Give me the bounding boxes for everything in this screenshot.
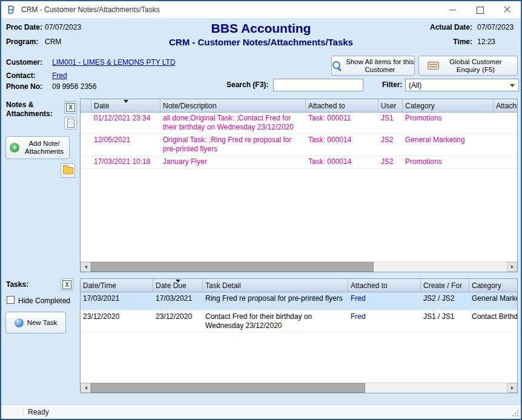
tasks-table: Date/Time Date Due Task Detail Attached … (80, 278, 518, 393)
task-datetime-cell: 23/12/2020 (81, 310, 153, 332)
add-note-button[interactable]: + Add Note/ Attachments (5, 136, 70, 159)
task-due-cell: 23/12/2020 (153, 310, 203, 332)
notes-table-header: Date Note/Description Attached to User C… (81, 99, 517, 113)
contact-link[interactable]: Fred (52, 71, 67, 80)
folder-icon (63, 167, 73, 174)
note-description-cell: all done;Original Task: ;Contact Fred fo… (160, 113, 306, 134)
open-attachment-folder-button[interactable] (61, 163, 75, 178)
notes-row[interactable]: 17/03/2021 10:18 January Flyer Task: 000… (81, 156, 517, 169)
notes-header-selector (81, 99, 91, 112)
scrollbar-thumb[interactable] (91, 383, 365, 393)
search-label: Search (F3): (226, 80, 268, 89)
main-area: Proc Date: 07/07/2023 Program: CRM BBS A… (1, 18, 521, 404)
tasks-header-detail[interactable]: Task Detail (203, 279, 348, 292)
note-attachment-cell (494, 134, 517, 156)
task-category-cell: General Marketing (469, 292, 517, 310)
show-all-items-button[interactable]: Show All items for this Customer (331, 56, 415, 76)
tasks-table-header: Date/Time Date Due Task Detail Attached … (81, 279, 517, 292)
note-user-cell: JS1 (378, 113, 403, 134)
notes-header-attached-to[interactable]: Attached to (306, 99, 378, 112)
notes-row[interactable]: 12/05/2021 Original Task: ;Ring Fred re … (81, 134, 517, 156)
new-task-button[interactable]: New Task (5, 312, 66, 333)
row-selector-cell (81, 113, 91, 134)
tasks-table-body: 17/03/2021 17/03/2021 Ring Fred re propo… (81, 292, 517, 382)
time-value: 12:23 (477, 38, 495, 46)
customer-link[interactable]: LIM001 - LIMES & LEMONS PTY LTD (52, 58, 176, 67)
view-note-document-button[interactable] (64, 117, 77, 130)
tasks-header-date-due[interactable]: Date Due (153, 279, 203, 292)
note-category-cell: Promotions (403, 113, 494, 134)
actual-date-value: 07/07/2023 (477, 23, 514, 31)
notes-table: Date Note/Description Attached to User C… (80, 99, 518, 272)
keyboard-icon (428, 62, 439, 70)
note-date-cell: 12/05/2021 (91, 134, 160, 156)
notes-section-label: Notes & Attachments: (6, 100, 59, 119)
row-selector-cell (81, 156, 91, 168)
tasks-horizontal-scrollbar (81, 382, 517, 393)
notes-header-category[interactable]: Category (403, 99, 494, 112)
notes-header-date[interactable]: Date (91, 99, 160, 112)
note-category-cell: General Marketing (403, 134, 494, 156)
app-logo-icon (6, 4, 17, 15)
global-enquiry-button[interactable]: Global Customer Enquiry (F5) (418, 56, 518, 76)
search-icon (332, 61, 342, 71)
export-notes-excel-button[interactable]: X (64, 101, 77, 114)
task-due-cell: 17/03/2021 (153, 292, 203, 310)
search-input[interactable] (273, 79, 363, 91)
note-description-cell: January Flyer (160, 156, 306, 168)
notes-header-description[interactable]: Note/Description (160, 99, 306, 112)
time-label: Time: (424, 38, 472, 46)
task-detail-cell: Ring Fred re proposal for pre-printed fl… (203, 292, 348, 310)
note-description-cell: Original Task: ;Ring Fred re proposal fo… (160, 134, 306, 156)
phone-label: Phone No: (6, 82, 42, 91)
maximize-icon[interactable] (466, 1, 494, 18)
task-orb-icon (15, 318, 24, 327)
filter-label: Filter: (382, 80, 402, 89)
note-attached-cell: Task: 000014 (306, 156, 378, 168)
note-user-cell: JS2 (378, 156, 403, 168)
actual-date-label: Actual Date: (424, 23, 472, 31)
window-controls (439, 1, 521, 18)
statusbar-divider (23, 407, 24, 416)
hide-completed-checkbox[interactable] (7, 296, 15, 304)
task-row-selected[interactable]: 17/03/2021 17/03/2021 Ring Fred re propo… (81, 292, 517, 310)
note-date-cell: 01/12/2021 23:34 (91, 113, 160, 134)
excel-icon: X (62, 280, 71, 289)
sort-descending-icon (176, 280, 180, 283)
status-text: Ready (28, 408, 49, 416)
close-icon[interactable] (494, 1, 521, 18)
export-tasks-excel-button[interactable]: X (61, 278, 73, 291)
task-datetime-cell: 17/03/2021 (81, 292, 153, 310)
window-title: CRM - Customer Notes/Attachments/Tasks (21, 5, 439, 14)
tasks-header-category[interactable]: Category (469, 279, 518, 292)
tasks-header-attached-to[interactable]: Attached to (348, 279, 421, 292)
notes-row[interactable]: 01/12/2021 23:34 all done;Original Task:… (81, 113, 517, 134)
notes-horizontal-scrollbar (81, 261, 517, 272)
tasks-header-create-for[interactable]: Create / For (421, 279, 469, 292)
filter-dropdown[interactable]: (All) (405, 79, 519, 91)
task-detail-cell: Contact Fred for their birthday on Wedne… (203, 310, 348, 332)
hide-completed-label[interactable]: Hide Completed (18, 297, 70, 305)
app-window: CRM - Customer Notes/Attachments/Tasks P… (0, 0, 522, 420)
notes-header-attachment[interactable]: Attachment (494, 99, 518, 112)
scroll-left-icon[interactable] (81, 262, 91, 272)
note-attached-cell: Task: 000014 (306, 134, 378, 156)
task-attached-cell: Fred (348, 310, 421, 332)
row-selector-cell (81, 134, 91, 156)
status-bar: Ready (1, 404, 521, 419)
new-task-label: New Task (27, 319, 58, 327)
minimize-icon[interactable] (439, 1, 466, 18)
title-bar: CRM - Customer Notes/Attachments/Tasks (1, 1, 521, 18)
scroll-left-icon[interactable] (81, 383, 91, 393)
scrollbar-thumb[interactable] (91, 262, 374, 272)
scrollbar-track (91, 262, 507, 272)
task-row[interactable]: 23/12/2020 23/12/2020 Contact Fred for t… (81, 310, 517, 333)
note-attachment-cell (494, 113, 517, 134)
notes-header-user[interactable]: User (378, 99, 403, 112)
tasks-header-datetime[interactable]: Date/Time (81, 279, 153, 292)
resize-grip-icon[interactable] (511, 409, 519, 417)
phone-value: 09 9956 2356 (52, 82, 96, 91)
scroll-right-icon[interactable] (507, 383, 517, 393)
task-category-cell: Contact Birthday (469, 310, 517, 332)
scroll-right-icon[interactable] (507, 262, 517, 272)
